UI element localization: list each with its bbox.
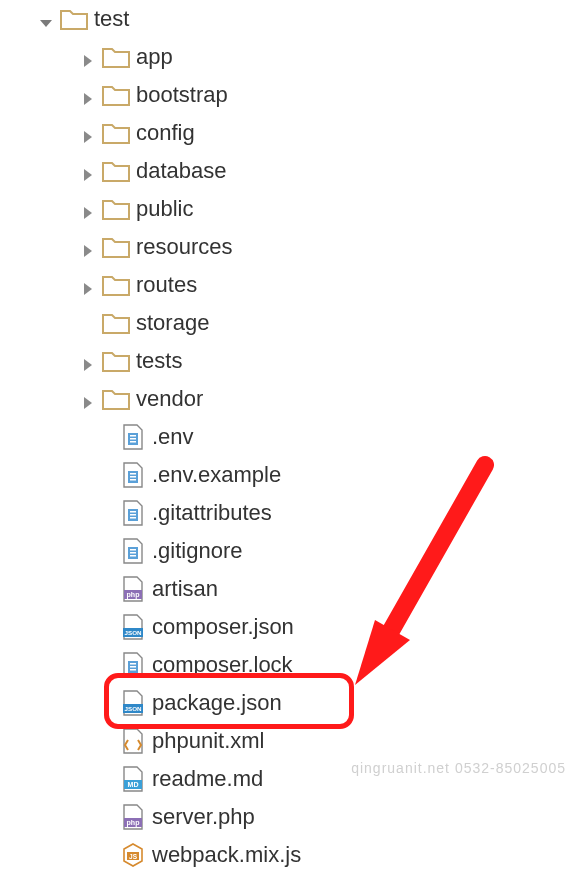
svg-text:JSON: JSON: [125, 629, 142, 636]
file-label: .gitattributes: [152, 500, 272, 526]
folder-icon: [102, 274, 130, 296]
tree-file-row[interactable]: phpunit.xml: [0, 722, 578, 760]
svg-text:JSON: JSON: [125, 705, 142, 712]
svg-text:MD: MD: [128, 781, 139, 788]
svg-rect-2: [130, 438, 136, 440]
file-label: server.php: [152, 804, 255, 830]
chevron-down-icon: [38, 11, 54, 27]
svg-rect-11: [130, 517, 136, 519]
file-label: .env.example: [152, 462, 281, 488]
svg-rect-10: [130, 514, 136, 516]
chevron-right-icon: [80, 125, 96, 141]
text-file-icon: [122, 424, 144, 450]
tree-folder-row[interactable]: config: [0, 114, 578, 152]
tree-folder-row[interactable]: routes: [0, 266, 578, 304]
svg-rect-23: [130, 669, 136, 671]
tree-file-row[interactable]: .env.example: [0, 456, 578, 494]
tree-file-row[interactable]: JSON package.json: [0, 684, 578, 722]
folder-icon: [102, 84, 130, 106]
text-file-icon: [122, 500, 144, 526]
file-label: webpack.mix.js: [152, 842, 301, 868]
folder-icon: [102, 160, 130, 182]
watermark-text: qingruanit.net 0532-85025005: [351, 760, 566, 776]
xml-file-icon: [122, 728, 144, 754]
folder-label: config: [136, 120, 195, 146]
tree-folder-row[interactable]: public: [0, 190, 578, 228]
folder-label: tests: [136, 348, 182, 374]
text-file-icon: [122, 652, 144, 678]
folder-label: bootstrap: [136, 82, 228, 108]
tree-root-row[interactable]: test: [0, 0, 578, 38]
svg-rect-15: [130, 555, 136, 557]
tree-file-row[interactable]: .env: [0, 418, 578, 456]
tree-folder-row[interactable]: storage: [0, 304, 578, 342]
svg-text:php: php: [127, 819, 140, 827]
file-label: readme.md: [152, 766, 263, 792]
tree-folder-row[interactable]: tests: [0, 342, 578, 380]
tree-folder-row[interactable]: app: [0, 38, 578, 76]
file-label: .env: [152, 424, 194, 450]
folder-icon: [60, 8, 88, 30]
json-file-icon: JSON: [122, 690, 144, 716]
tree-folder-row[interactable]: database: [0, 152, 578, 190]
tree-file-row[interactable]: .gitignore: [0, 532, 578, 570]
file-label: package.json: [152, 690, 282, 716]
svg-rect-14: [130, 552, 136, 554]
file-label: .gitignore: [152, 538, 243, 564]
file-label: composer.lock: [152, 652, 293, 678]
svg-rect-9: [130, 511, 136, 513]
folder-icon: [102, 122, 130, 144]
folder-label: vendor: [136, 386, 203, 412]
file-label: artisan: [152, 576, 218, 602]
chevron-right-icon: [80, 87, 96, 103]
folder-label: routes: [136, 272, 197, 298]
chevron-right-icon: [80, 277, 96, 293]
tree-file-row[interactable]: JSON composer.json: [0, 608, 578, 646]
svg-rect-3: [130, 441, 136, 443]
tree-file-row[interactable]: php server.php: [0, 798, 578, 836]
chevron-right-icon: [80, 49, 96, 65]
tree-folder-row[interactable]: resources: [0, 228, 578, 266]
svg-rect-1: [130, 435, 136, 437]
folder-label: storage: [136, 310, 209, 336]
tree-file-row[interactable]: php artisan: [0, 570, 578, 608]
folder-icon: [102, 198, 130, 220]
folder-icon: [102, 350, 130, 372]
php-file-icon: php: [122, 804, 144, 830]
tree-file-row[interactable]: .gitattributes: [0, 494, 578, 532]
folder-label: database: [136, 158, 227, 184]
chevron-right-icon: [80, 239, 96, 255]
text-file-icon: [122, 462, 144, 488]
folder-label: public: [136, 196, 193, 222]
svg-text:JS: JS: [129, 853, 138, 860]
text-file-icon: [122, 538, 144, 564]
svg-rect-6: [130, 476, 136, 478]
chevron-right-icon: [80, 201, 96, 217]
folder-icon: [102, 46, 130, 68]
tree-file-row[interactable]: JS webpack.mix.js: [0, 836, 578, 874]
markdown-file-icon: MD: [122, 766, 144, 792]
svg-rect-21: [130, 663, 136, 665]
json-file-icon: JSON: [122, 614, 144, 640]
js-file-icon: JS: [122, 842, 144, 868]
svg-text:php: php: [127, 591, 140, 599]
folder-icon: [102, 312, 130, 334]
chevron-right-icon: [80, 353, 96, 369]
file-label: phpunit.xml: [152, 728, 265, 754]
svg-rect-5: [130, 473, 136, 475]
tree-folder-row[interactable]: vendor: [0, 380, 578, 418]
svg-rect-22: [130, 666, 136, 668]
folder-label: app: [136, 44, 173, 70]
tree-folder-row[interactable]: bootstrap: [0, 76, 578, 114]
tree-file-row[interactable]: composer.lock: [0, 646, 578, 684]
chevron-right-icon: [80, 391, 96, 407]
folder-label: resources: [136, 234, 233, 260]
folder-icon: [102, 388, 130, 410]
folder-label: test: [94, 6, 129, 32]
svg-rect-7: [130, 479, 136, 481]
folder-icon: [102, 236, 130, 258]
svg-rect-13: [130, 549, 136, 551]
chevron-right-icon: [80, 163, 96, 179]
php-file-icon: php: [122, 576, 144, 602]
file-label: composer.json: [152, 614, 294, 640]
